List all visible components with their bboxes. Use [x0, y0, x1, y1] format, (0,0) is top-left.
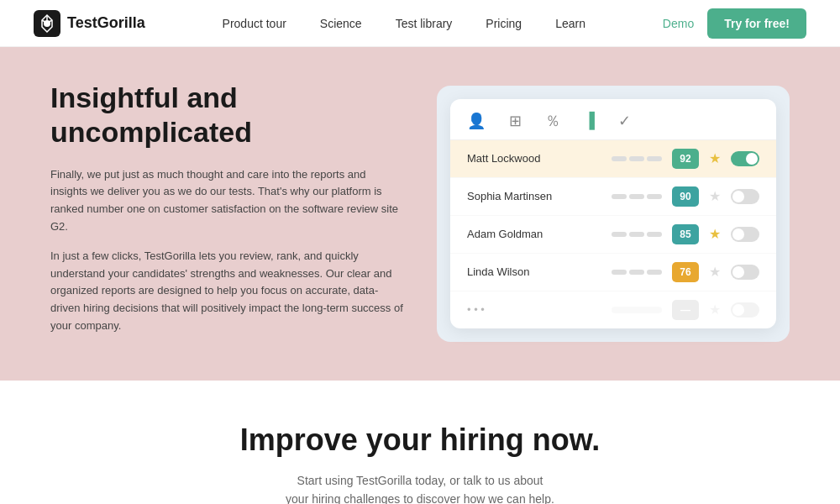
toggle[interactable]	[731, 151, 759, 166]
hero-text: Insightful and uncomplicated Finally, we…	[50, 81, 403, 347]
toggle[interactable]	[731, 302, 759, 318]
header-actions: Demo Try for free!	[663, 8, 806, 39]
score-badge-placeholder: —	[672, 300, 699, 320]
table-row: Sophia Martinsen 90 ★	[450, 178, 776, 216]
logo[interactable]: TestGorilla	[34, 10, 145, 37]
candidate-name: Matt Lockwood	[467, 152, 601, 165]
dashboard-card: 👤 ⊞ ％ ▐ ✓ Matt Lockwood 92 ★ Sophia Mart…	[437, 86, 790, 342]
toggle[interactable]	[731, 227, 759, 242]
table-row: Adam Goldman 85 ★	[450, 216, 776, 254]
bottom-subtitle: Start using TestGorilla today, or talk t…	[34, 471, 806, 504]
star-icon: ★	[709, 302, 721, 318]
header: TestGorilla Product tour Science Test li…	[0, 0, 840, 47]
demo-link[interactable]: Demo	[663, 17, 694, 30]
candidate-name-placeholder: • • •	[467, 303, 601, 316]
logo-text: TestGorilla	[67, 14, 145, 32]
nav-test-library[interactable]: Test library	[382, 12, 466, 35]
score-dots	[612, 270, 662, 275]
bottom-section: Improve your hiring now. Start using Tes…	[0, 381, 840, 504]
try-free-button[interactable]: Try for free!	[707, 8, 806, 39]
main-nav: Product tour Science Test library Pricin…	[209, 12, 599, 35]
grid-icon: ⊞	[509, 112, 522, 130]
nav-product-tour[interactable]: Product tour	[209, 12, 300, 35]
score-badge: 85	[672, 224, 699, 244]
score-badge: 76	[672, 262, 699, 282]
hero-para-2: In just a few clicks, TestGorilla lets y…	[50, 248, 403, 335]
star-icon: ★	[709, 150, 721, 166]
bottom-title: Improve your hiring now.	[34, 423, 806, 458]
candidate-name: Adam Goldman	[467, 228, 601, 240]
table-row-blurred: • • • — ★	[450, 291, 776, 328]
nav-science[interactable]: Science	[307, 12, 375, 35]
logo-icon	[34, 10, 60, 37]
star-icon: ★	[709, 188, 721, 204]
candidate-name: Sophia Martinsen	[467, 190, 601, 202]
person-icon: 👤	[467, 112, 486, 130]
nav-learn[interactable]: Learn	[542, 12, 599, 35]
score-dots	[612, 194, 662, 199]
star-icon: ★	[709, 226, 721, 242]
candidate-name: Linda Wilson	[467, 265, 601, 278]
nav-pricing[interactable]: Pricing	[472, 12, 535, 35]
score-badge: 92	[672, 149, 699, 169]
hero-section: Insightful and uncomplicated Finally, we…	[0, 47, 840, 381]
toggle[interactable]	[731, 189, 759, 204]
score-badge: 90	[672, 186, 699, 207]
star-icon: ★	[709, 264, 721, 280]
table-row: Matt Lockwood 92 ★	[450, 140, 776, 178]
hero-title: Insightful and uncomplicated	[50, 81, 403, 150]
score-dots	[612, 307, 662, 313]
card-header: 👤 ⊞ ％ ▐ ✓	[450, 99, 776, 140]
score-dots	[612, 232, 662, 237]
table-row: Linda Wilson 76 ★	[450, 254, 776, 291]
check-icon: ✓	[618, 112, 631, 130]
hero-para-1: Finally, we put just as much thought and…	[50, 166, 403, 236]
inner-card: 👤 ⊞ ％ ▐ ✓ Matt Lockwood 92 ★ Sophia Mart…	[450, 99, 776, 328]
barchart-icon: ▐	[584, 112, 595, 129]
score-dots	[612, 156, 662, 161]
toggle[interactable]	[731, 265, 759, 280]
percent-icon: ％	[545, 111, 560, 131]
